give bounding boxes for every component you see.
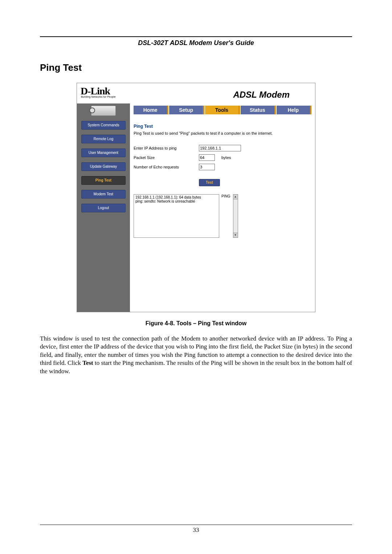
sidebar-item-user-management[interactable]: User Management bbox=[81, 148, 126, 157]
page-number: 33 bbox=[40, 526, 352, 534]
product-title: ADSL Modem bbox=[233, 90, 290, 100]
tab-home[interactable]: Home bbox=[134, 106, 168, 114]
sidebar-item-system-commands[interactable]: System Commands bbox=[81, 121, 126, 130]
tab-status[interactable]: Status bbox=[241, 106, 275, 114]
tab-help[interactable]: Help bbox=[277, 106, 311, 114]
router-ui-screenshot: D-Link Building Networks for People ADSL… bbox=[77, 83, 315, 312]
figure-caption: Figure 4-8. Tools – Ping Test window bbox=[40, 320, 352, 327]
ip-input[interactable] bbox=[199, 145, 241, 151]
body-paragraph: This window is used to test the connecti… bbox=[40, 335, 352, 375]
tab-tools[interactable]: Tools bbox=[205, 106, 240, 114]
sidebar-item-update-gateway[interactable]: Update Gateway bbox=[81, 162, 126, 171]
packet-size-suffix: bytes bbox=[221, 155, 231, 160]
result-scrollbar[interactable]: ▲ ▼ bbox=[233, 194, 238, 238]
tab-row: Home Setup Tools Status Help bbox=[134, 106, 311, 114]
dlink-tagline: Building Networks for People bbox=[81, 95, 115, 98]
clipboard-icon bbox=[91, 106, 116, 116]
sidebar-item-modem-test[interactable]: Modem Test bbox=[81, 190, 126, 199]
content-desc: Ping Test is used to send "Ping" packets… bbox=[134, 131, 311, 135]
tab-setup[interactable]: Setup bbox=[169, 106, 204, 114]
sidebar-item-logout[interactable]: Logout bbox=[81, 204, 126, 212]
section-title: Ping Test bbox=[40, 62, 352, 73]
scroll-down-icon[interactable]: ▼ bbox=[233, 233, 238, 238]
label-ip: Enter IP Address to ping bbox=[134, 146, 199, 150]
sidebar-item-remote-log[interactable]: Remote Log bbox=[81, 135, 126, 143]
body-text-bold: Test bbox=[82, 359, 93, 366]
label-packet-size: Packet Size bbox=[134, 155, 199, 160]
scroll-up-icon[interactable]: ▲ bbox=[233, 194, 238, 199]
result-box: 192.168.1.1 (192.168.1.1): 64 data bytes… bbox=[134, 194, 219, 238]
main-area: Home Setup Tools Status Help Ping Test P… bbox=[130, 103, 315, 312]
test-button[interactable]: Test bbox=[199, 179, 220, 186]
packet-size-input[interactable] bbox=[199, 154, 215, 161]
result-label: PING bbox=[221, 194, 230, 198]
label-echo: Number of Echo requests bbox=[134, 165, 199, 169]
doc-header: DSL-302T ADSL Modem User's Guide bbox=[40, 39, 352, 47]
echo-input[interactable] bbox=[199, 164, 215, 170]
content-title: Ping Test bbox=[134, 124, 311, 129]
sidebar-item-ping-test[interactable]: Ping Test bbox=[81, 176, 126, 185]
sidebar: System Commands Remote Log User Manageme… bbox=[77, 103, 130, 312]
